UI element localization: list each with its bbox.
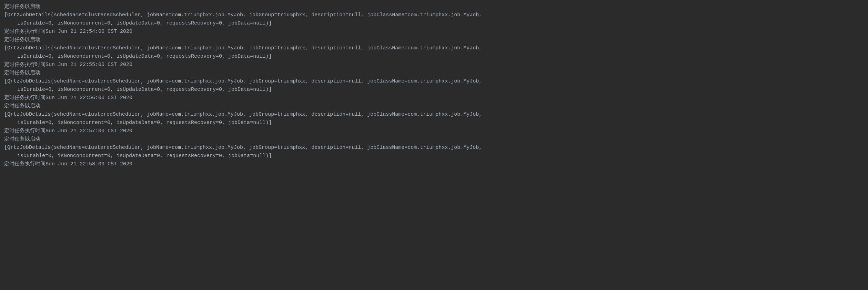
log-line: isDurable=0, isNonconcurrent=0, isUpdate… <box>4 52 864 61</box>
log-container: 定时任务以启动[QrtzJobDetails(schedName=cluster… <box>4 3 864 168</box>
log-line: 定时任务以启动 <box>4 3 864 11</box>
log-line: [QrtzJobDetails(schedName=clusteredSched… <box>4 110 864 119</box>
log-line: 定时任务执行时间Sun Jun 21 22:57:00 CST 2020 <box>4 127 864 135</box>
log-line: 定时任务执行时间Sun Jun 21 22:54:00 CST 2020 <box>4 28 864 36</box>
log-line: 定时任务执行时间Sun Jun 21 22:58:00 CST 2020 <box>4 160 864 168</box>
log-line: [QrtzJobDetails(schedName=clusteredSched… <box>4 77 864 86</box>
log-line: 定时任务以启动 <box>4 69 864 77</box>
log-line: isDurable=0, isNonconcurrent=0, isUpdate… <box>4 119 864 127</box>
log-line: isDurable=0, isNonconcurrent=0, isUpdate… <box>4 19 864 28</box>
log-line: 定时任务执行时间Sun Jun 21 22:56:00 CST 2020 <box>4 94 864 102</box>
log-line: isDurable=0, isNonconcurrent=0, isUpdate… <box>4 86 864 94</box>
log-line: 定时任务以启动 <box>4 135 864 144</box>
log-line: [QrtzJobDetails(schedName=clusteredSched… <box>4 11 864 19</box>
log-line: 定时任务执行时间Sun Jun 21 22:55:00 CST 2020 <box>4 61 864 69</box>
log-line: isDurable=0, isNonconcurrent=0, isUpdate… <box>4 152 864 160</box>
log-line: [QrtzJobDetails(schedName=clusteredSched… <box>4 144 864 152</box>
log-line: [QrtzJobDetails(schedName=clusteredSched… <box>4 44 864 52</box>
log-line: 定时任务以启动 <box>4 36 864 44</box>
log-line: 定时任务以启动 <box>4 102 864 110</box>
